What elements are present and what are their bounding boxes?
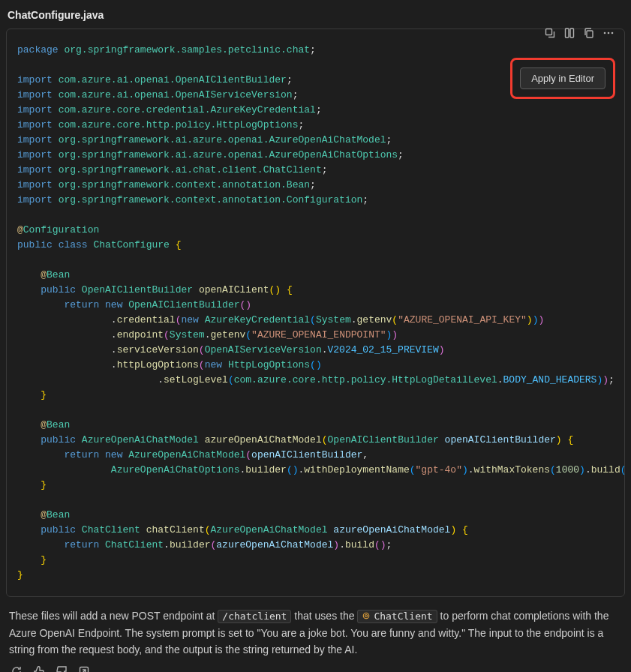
svg-rect-1 (566, 28, 569, 38)
apply-in-editor-button[interactable]: Apply in Editor (520, 68, 605, 89)
svg-point-6 (611, 32, 614, 34)
explain-part: that uses the (291, 610, 357, 622)
svg-rect-2 (570, 28, 574, 38)
file-name: ChatConfigure.java (6, 6, 625, 28)
svg-point-5 (608, 32, 610, 34)
message-actions (6, 658, 625, 672)
thumbs-down-icon[interactable] (56, 665, 68, 672)
thumbs-up-icon[interactable] (33, 665, 45, 672)
code-content: package org.springframework.samples.petc… (7, 29, 624, 596)
code-block: Apply in Editor package org.springframew… (6, 28, 625, 597)
explanation-text: These files will add a new POST endpoint… (6, 608, 625, 658)
svg-rect-0 (546, 29, 552, 35)
more-icon[interactable] (602, 26, 615, 40)
apply-highlight: Apply in Editor (510, 58, 615, 99)
svg-point-8 (365, 615, 368, 617)
insert-new-file-icon[interactable] (563, 26, 576, 40)
svg-rect-3 (587, 31, 593, 38)
retry-icon[interactable] (11, 665, 23, 672)
svg-point-7 (364, 613, 370, 619)
code-toolbar (540, 23, 618, 43)
symbol-class-icon (362, 609, 371, 618)
copy-icon[interactable] (582, 26, 596, 40)
edit-ext-icon[interactable] (78, 665, 90, 672)
class-chip: ChatClient (357, 610, 437, 623)
endpoint-chip: /chatclient (218, 610, 291, 623)
insert-at-cursor-icon[interactable] (543, 26, 557, 40)
explain-part: These files will add a new POST endpoint… (9, 610, 218, 622)
svg-point-4 (604, 32, 606, 34)
